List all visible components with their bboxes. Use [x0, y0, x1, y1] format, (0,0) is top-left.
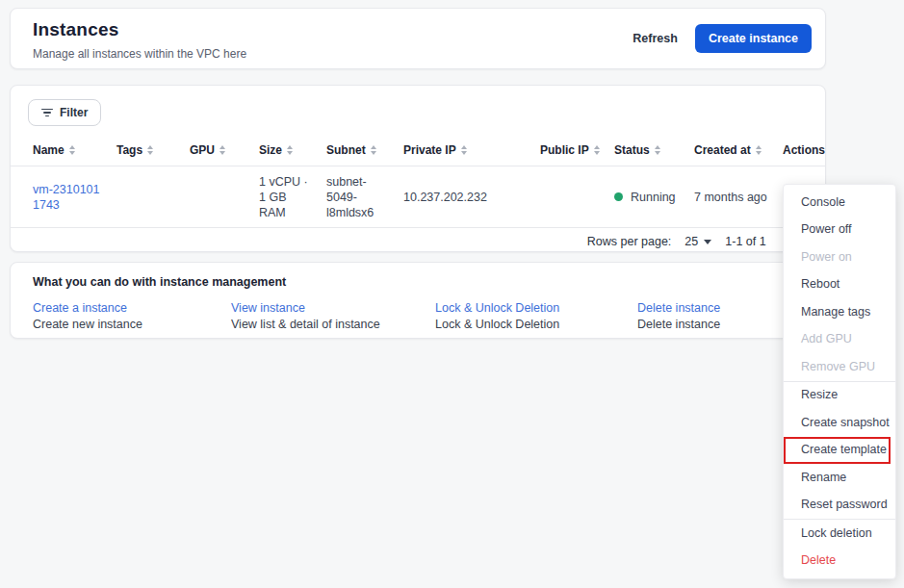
table-header-row: Name Tags GPU Size Subnet Private IP Pub…	[11, 135, 825, 166]
column-header-size[interactable]: Size	[259, 143, 326, 157]
view-instance-link[interactable]: View instance	[231, 301, 435, 315]
info-link-description: View list & detail of instance	[231, 318, 435, 331]
create-instance-link[interactable]: Create a instance	[33, 301, 231, 315]
info-links: Create a instance Create new instance Vi…	[33, 301, 812, 331]
page-title: Instances	[33, 19, 246, 40]
menu-item-add-gpu: Add GPU	[784, 326, 895, 354]
info-link-item: View instance View list & detail of inst…	[231, 301, 435, 331]
private-ip-cell: 10.237.202.232	[403, 190, 540, 205]
info-link-item: Create a instance Create new instance	[33, 301, 231, 331]
filter-button[interactable]: Filter	[28, 99, 101, 126]
instance-name-cell: vm-23101011743	[33, 182, 116, 213]
rows-per-page-select[interactable]: 25	[684, 235, 711, 248]
instance-management-info-card: What you can do with instance management…	[10, 262, 826, 339]
sort-icon[interactable]	[69, 145, 75, 155]
table-row: vm-23101011743 1 vCPU · 1 GB RAM subnet-…	[11, 166, 825, 228]
rows-per-page-value: 25	[684, 235, 698, 248]
menu-item-manage-tags[interactable]: Manage tags	[784, 298, 895, 326]
actions-context-menu: Console Power off Power on Reboot Manage…	[783, 184, 896, 579]
menu-item-reset-password[interactable]: Reset password	[784, 492, 895, 520]
column-header-subnet[interactable]: Subnet	[326, 143, 403, 157]
filter-lines-icon	[41, 109, 53, 117]
menu-item-create-template[interactable]: Create template	[784, 437, 891, 465]
status-running-dot-icon	[614, 192, 623, 201]
sort-icon[interactable]	[220, 145, 225, 155]
created-at-cell: 7 months ago	[694, 190, 783, 205]
info-link-item: Lock & Unlock Deletion Lock & Unlock Del…	[435, 301, 637, 331]
sort-icon[interactable]	[371, 145, 376, 155]
column-header-created-at[interactable]: Created at	[694, 143, 783, 157]
column-header-public-ip[interactable]: Public IP	[540, 143, 614, 157]
menu-item-power-on: Power on	[784, 243, 895, 271]
column-header-gpu[interactable]: GPU	[190, 143, 259, 157]
filter-button-label: Filter	[60, 106, 88, 119]
create-instance-button[interactable]: Create instance	[695, 24, 812, 53]
info-link-description: Lock & Unlock Deletion	[435, 318, 637, 331]
info-link-description: Create new instance	[33, 318, 231, 331]
menu-item-remove-gpu: Remove GPU	[784, 353, 895, 381]
menu-item-delete[interactable]: Delete	[784, 548, 895, 575]
column-header-tags[interactable]: Tags	[116, 143, 190, 157]
status-cell: Running	[614, 190, 694, 205]
status-label: Running	[631, 190, 676, 205]
menu-item-create-snapshot[interactable]: Create snapshot	[784, 409, 895, 437]
menu-item-reboot[interactable]: Reboot	[784, 271, 895, 299]
page-subtitle: Manage all instances within the VPC here	[33, 47, 246, 61]
size-cell: 1 vCPU · 1 GB RAM	[259, 174, 326, 220]
pagination-bar: Rows per page: 25 1-1 of 1 ‹ ›	[11, 228, 825, 255]
subnet-cell: subnet-5049-l8mldsx6	[326, 174, 403, 220]
lock-unlock-deletion-link[interactable]: Lock & Unlock Deletion	[435, 301, 637, 315]
column-header-actions: Actions	[783, 143, 825, 157]
chevron-down-icon	[704, 240, 711, 244]
menu-item-power-off[interactable]: Power off	[784, 217, 895, 244]
sort-icon[interactable]	[147, 145, 153, 155]
menu-item-console[interactable]: Console	[784, 189, 895, 217]
sort-icon[interactable]	[756, 145, 762, 155]
instances-table-card: Filter Name Tags GPU Size Subnet Private…	[10, 85, 826, 252]
instance-name-link[interactable]: vm-23101011743	[33, 183, 100, 212]
info-section-title: What you can do with instance management	[33, 275, 812, 289]
refresh-button[interactable]: Refresh	[621, 25, 689, 52]
header-actions: Refresh Create instance	[621, 24, 812, 53]
menu-item-rename[interactable]: Rename	[784, 464, 895, 492]
column-header-private-ip[interactable]: Private IP	[403, 143, 540, 157]
column-header-name[interactable]: Name	[33, 143, 116, 157]
rows-per-page-label: Rows per page:	[587, 235, 672, 248]
sort-icon[interactable]	[594, 145, 600, 155]
pagination-range: 1-1 of 1	[725, 235, 765, 248]
menu-item-resize[interactable]: Resize	[784, 382, 895, 410]
menu-item-lock-deletion[interactable]: Lock deletion	[784, 520, 895, 548]
page-header-text: Instances Manage all instances within th…	[33, 19, 246, 61]
column-header-status[interactable]: Status	[614, 143, 694, 157]
sort-icon[interactable]	[655, 145, 660, 155]
sort-icon[interactable]	[287, 145, 293, 155]
page-header-card: Instances Manage all instances within th…	[10, 8, 826, 69]
sort-icon[interactable]	[461, 145, 467, 155]
